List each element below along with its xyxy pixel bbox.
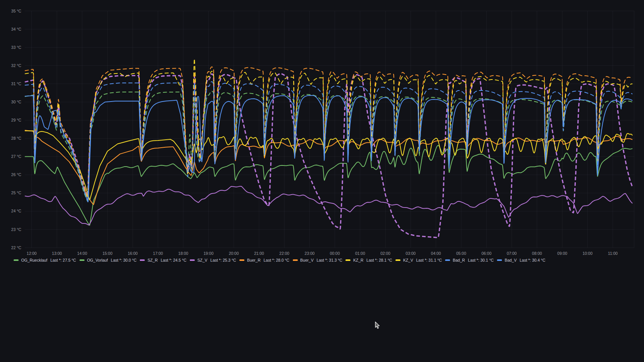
svg-text:23 °C: 23 °C <box>11 227 22 232</box>
svg-text:03:00: 03:00 <box>406 251 416 256</box>
svg-text:05:00: 05:00 <box>456 251 466 256</box>
svg-text:30 °C: 30 °C <box>11 100 22 104</box>
svg-text:34 °C: 34 °C <box>11 27 22 31</box>
svg-text:26 °C: 26 °C <box>11 172 22 177</box>
svg-text:29 °C: 29 °C <box>11 118 22 122</box>
svg-text:20:00: 20:00 <box>229 251 239 256</box>
svg-text:22 °C: 22 °C <box>11 245 22 250</box>
svg-text:23:00: 23:00 <box>305 251 314 256</box>
svg-text:35 °C: 35 °C <box>11 9 22 13</box>
svg-text:28 °C: 28 °C <box>11 136 22 140</box>
svg-text:27 °C: 27 °C <box>11 154 22 159</box>
svg-text:33 °C: 33 °C <box>11 45 22 50</box>
svg-text:17:00: 17:00 <box>153 251 163 256</box>
svg-text:08:00: 08:00 <box>532 251 542 256</box>
svg-text:22:00: 22:00 <box>279 251 289 256</box>
svg-text:24 °C: 24 °C <box>11 209 22 213</box>
svg-text:06:00: 06:00 <box>481 251 491 256</box>
svg-text:07:00: 07:00 <box>507 251 517 256</box>
svg-text:25 °C: 25 °C <box>11 190 22 195</box>
svg-text:19:00: 19:00 <box>203 251 213 256</box>
svg-text:32 °C: 32 °C <box>11 63 22 68</box>
svg-text:21:00: 21:00 <box>254 251 264 256</box>
svg-text:18:00: 18:00 <box>178 251 188 256</box>
svg-text:04:00: 04:00 <box>431 251 441 256</box>
svg-text:11:00: 11:00 <box>608 251 618 256</box>
svg-text:09:00: 09:00 <box>557 251 567 256</box>
svg-text:12:00: 12:00 <box>27 251 36 256</box>
svg-text:16:00: 16:00 <box>128 251 138 256</box>
svg-text:10:00: 10:00 <box>583 251 592 256</box>
svg-text:02:00: 02:00 <box>380 251 390 256</box>
svg-text:00:00: 00:00 <box>330 251 340 256</box>
svg-text:14:00: 14:00 <box>77 251 87 256</box>
svg-text:13:00: 13:00 <box>52 251 62 256</box>
svg-text:01:00: 01:00 <box>355 251 365 256</box>
svg-text:15:00: 15:00 <box>102 251 112 256</box>
svg-text:31 °C: 31 °C <box>11 81 22 86</box>
